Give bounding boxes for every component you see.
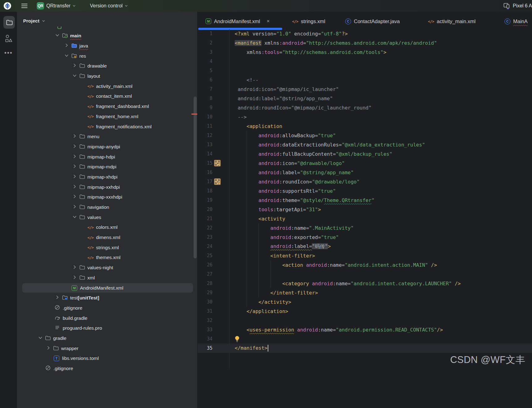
tree-row-layout[interactable]: layout — [17, 71, 197, 81]
chevron-collapsed-icon[interactable] — [70, 194, 78, 200]
tree-row-res[interactable]: res — [17, 51, 197, 61]
tab-ContactAdapter.java[interactable]: CContactAdapter.java — [337, 12, 420, 31]
tree-row-mipmap-mdpi[interactable]: mipmap-mdpi — [17, 162, 197, 172]
version-control-menu[interactable]: Version control — [90, 3, 128, 9]
tree-row-build.gradle[interactable]: build.gradle — [17, 313, 197, 323]
code-line-27[interactable]: 27 — [198, 270, 532, 279]
code-line-3[interactable]: 3 xmlns:tools="http://schemas.android.co… — [198, 47, 532, 57]
code-line-5[interactable]: 5 — [198, 66, 532, 75]
tab-activity_main.xml[interactable]: </>activity_main.xml — [420, 12, 496, 31]
tree-row-AndroidManifest.xml[interactable]: MAndroidManifest.xml — [17, 283, 197, 293]
tree-row-test[interactable]: test [unitTest] — [17, 293, 197, 303]
chevron-collapsed-icon[interactable] — [70, 63, 78, 69]
tree-row-gradle[interactable]: gradle — [17, 333, 197, 344]
code-line-1[interactable]: 1<?xml version="1.0" encoding="utf-8"?> — [198, 29, 532, 38]
project-selector[interactable]: QR QRtransfer — [37, 2, 76, 10]
tree-row-navigation[interactable]: navigation — [17, 202, 197, 212]
tree-row-dimens.xml[interactable]: </>dimens.xml — [17, 233, 197, 243]
chevron-collapsed-icon[interactable] — [70, 144, 78, 150]
tab-MainA[interactable]: CMainA — [496, 12, 532, 31]
chevron-expanded-icon[interactable] — [70, 73, 78, 79]
code-line-31[interactable]: 31 </application> — [198, 307, 532, 316]
tree-row-mipmap-xhdpi[interactable]: mipmap-xhdpi — [17, 172, 197, 182]
project-panel-header[interactable]: Project — [17, 12, 197, 30]
code-line-35[interactable]: 35</manifest> — [198, 344, 532, 353]
chevron-expanded-icon[interactable] — [62, 53, 70, 59]
project-tool-window-button[interactable] — [3, 16, 15, 29]
code-line-10[interactable]: 10 --> — [198, 112, 532, 122]
tree-row-fragment_dashboard.xml[interactable]: </>fragment_dashboard.xml — [17, 101, 197, 112]
chevron-collapsed-icon[interactable] — [70, 184, 78, 190]
code-line-30[interactable]: 30 </activity> — [198, 297, 532, 307]
code-line-13[interactable]: 13 android:dataExtractionRules="@xml/dat… — [198, 140, 532, 149]
code-line-16[interactable]: 16 android:label="@string/app_name" — [198, 168, 532, 177]
chevron-collapsed-icon[interactable] — [70, 174, 78, 180]
tab-AndroidManifest.xml[interactable]: MAndroidManifest.xml× — [198, 12, 284, 31]
code-line-24[interactable]: 24 android:label="码传"> — [198, 242, 532, 251]
code-line-32[interactable]: 32 — [198, 316, 532, 325]
code-line-17[interactable]: 17 android:roundIcon="@drawable/logo" — [198, 177, 532, 186]
tree-row-fragment_notifications.xml[interactable]: </>fragment_notifications.xml — [17, 122, 197, 132]
structure-tool-window-button[interactable] — [5, 34, 13, 43]
tree-row-xml[interactable]: xml — [17, 273, 197, 283]
chevron-collapsed-icon[interactable] — [62, 43, 70, 49]
tree-row-main[interactable]: main — [17, 31, 197, 41]
chevron-collapsed-icon[interactable] — [53, 295, 61, 301]
code-line-18[interactable]: 18 android:supportsRtl="true" — [198, 186, 532, 196]
code-line-15[interactable]: 15 android:icon="@drawable/logo" — [198, 159, 532, 168]
tree-row-libs.versions.toml[interactable]: Tlibs.versions.toml — [17, 353, 197, 364]
tree-row-strings.xml[interactable]: </>strings.xml — [17, 242, 197, 253]
tree-row-menu[interactable]: menu — [17, 132, 197, 142]
chevron-collapsed-icon[interactable] — [70, 265, 78, 270]
tree-row-fragment_home.xml[interactable]: </>fragment_home.xml — [17, 112, 197, 122]
intention-bulb-icon[interactable] — [234, 335, 241, 343]
tree-row-mipmap-anydpi[interactable]: mipmap-anydpi — [17, 142, 197, 152]
code-line-23[interactable]: 23 android:exported="true" — [198, 233, 532, 242]
code-line-26[interactable]: 26 <action android:name="android.intent.… — [198, 260, 532, 270]
tree-row-values[interactable]: values — [17, 212, 197, 222]
chevron-expanded-icon[interactable] — [36, 336, 44, 341]
code-line-19[interactable]: 19 android:theme="@style/Theme.QRtransfe… — [198, 196, 532, 205]
gutter-preview-icon[interactable] — [214, 160, 221, 167]
chevron-expanded-icon[interactable] — [53, 33, 61, 39]
code-line-12[interactable]: 12 android:allowBackup="true" — [198, 131, 532, 140]
chevron-expanded-icon[interactable] — [70, 215, 78, 220]
tree-row-contact_item.xml[interactable]: </>contact_item.xml — [17, 91, 197, 101]
code-line-11[interactable]: 11 <application — [198, 122, 532, 131]
code-line-2[interactable]: 2<manifest xmlns:android="http://schemas… — [198, 38, 532, 47]
tree-row-wrapper[interactable]: wrapper — [17, 343, 197, 353]
tree-row-proguard-rules.pro[interactable]: proguard-rules.pro — [17, 323, 197, 333]
chevron-collapsed-icon[interactable] — [44, 346, 52, 351]
tree-row-mipmap-xxhdpi[interactable]: mipmap-xxhdpi — [17, 182, 197, 192]
code-line-22[interactable]: 22 android:name=".MainActivity" — [198, 223, 532, 233]
tree-row-java[interactable]: java — [17, 41, 197, 51]
code-line-7[interactable]: 7 android:icon="@mipmap/ic_launcher" — [198, 84, 532, 94]
tree-row-activity_main.xml[interactable]: </>activity_main.xml — [17, 81, 197, 91]
code-line-34[interactable]: 34 — [198, 334, 532, 344]
tree-row-themes.xml[interactable]: </>themes.xml — [17, 253, 197, 263]
more-tool-windows-icon[interactable]: ••• — [4, 49, 13, 56]
project-tree-scrollbar[interactable] — [194, 97, 197, 258]
code-line-25[interactable]: 25 <intent-filter> — [198, 251, 532, 260]
code-line-33[interactable]: 33 <uses-permission android:name="androi… — [198, 325, 532, 334]
chevron-collapsed-icon[interactable] — [70, 134, 78, 139]
code-line-6[interactable]: 6 <!-- — [198, 75, 532, 84]
code-line-14[interactable]: 14 android:fullBackupContent="@xml/backu… — [198, 149, 532, 159]
code-line-20[interactable]: 20 tools:targetApi="31"> — [198, 205, 532, 214]
tree-row-colors.xml[interactable]: </>colors.xml — [17, 222, 197, 233]
close-tab-icon[interactable]: × — [266, 18, 270, 24]
code-line-28[interactable]: 28 <category android:name="android.inten… — [198, 279, 532, 288]
chevron-collapsed-icon[interactable] — [70, 275, 78, 281]
device-selector[interactable]: Pixel 6 A — [501, 0, 532, 12]
tree-row-mipmap-hdpi[interactable]: mipmap-hdpi — [17, 152, 197, 162]
code-line-8[interactable]: 8 android:label="@string/app_name" — [198, 94, 532, 103]
chevron-collapsed-icon[interactable] — [70, 154, 78, 160]
chevron-collapsed-icon[interactable] — [70, 164, 78, 170]
hamburger-menu-icon[interactable] — [21, 4, 27, 8]
tree-row-mipmap-xxxhdpi[interactable]: mipmap-xxxhdpi — [17, 192, 197, 202]
tree-row-.gitignore[interactable]: .gitignore — [17, 364, 197, 374]
code-line-21[interactable]: 21 <activity — [198, 214, 532, 223]
chevron-collapsed-icon[interactable] — [70, 204, 78, 210]
code-line-4[interactable]: 4 — [198, 57, 532, 66]
tree-row-.gitignore[interactable]: .gitignore — [17, 303, 197, 313]
